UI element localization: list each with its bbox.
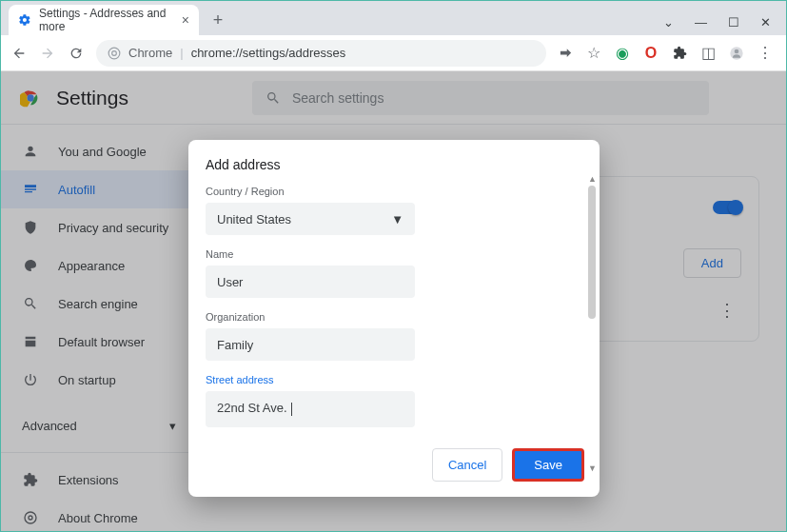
svg-point-1 [112,50,117,55]
dialog-title: Add address [206,157,582,172]
maximize-button[interactable]: ☐ [728,15,739,30]
content-area: Settings Search settings You and Google … [1,71,786,532]
country-value: United States [217,212,291,227]
close-tab-icon[interactable]: × [182,12,189,28]
menu-dots-icon[interactable]: ⋮ [757,46,773,61]
toolbar-actions: ☆ ◉ O ◫ ⋮ [558,46,777,61]
reload-button[interactable] [68,46,85,61]
browser-titlebar: Settings - Addresses and more × + ⌄ — ☐ … [1,1,786,35]
url-text: chrome://settings/addresses [191,46,346,60]
dialog-scrollbar[interactable] [588,186,596,462]
cancel-button[interactable]: Cancel [432,448,502,482]
svg-point-0 [108,48,120,59]
chevron-down-icon[interactable]: ⌄ [663,15,674,30]
profile-avatar-icon[interactable] [729,46,744,61]
save-button[interactable]: Save [512,448,584,482]
name-value: User [217,275,243,289]
name-label: Name [206,248,582,260]
close-window-button[interactable]: ✕ [760,15,771,30]
scroll-down-arrow[interactable]: ▼ [588,463,596,473]
name-input[interactable]: User [206,266,415,298]
organization-value: Family [217,338,253,352]
country-label: Country / Region [206,186,582,197]
gear-icon [18,13,31,27]
extension-globe-icon[interactable]: ◉ [615,46,630,61]
forward-button [39,46,56,61]
organization-input[interactable]: Family [206,328,415,361]
browser-toolbar: Chrome | chrome://settings/addresses ☆ ◉… [1,35,786,71]
new-tab-button[interactable]: + [205,7,231,33]
bookmark-star-icon[interactable]: ☆ [586,46,601,61]
scroll-up-arrow[interactable]: ▲ [588,174,596,184]
dropdown-arrow-icon: ▼ [391,212,403,227]
url-scheme-label: Chrome [128,46,172,60]
add-address-dialog: Add address Country / Region United Stat… [188,140,600,497]
tab-title: Settings - Addresses and more [39,7,182,33]
street-label: Street address [206,374,582,385]
panel-icon[interactable]: ◫ [700,46,716,61]
browser-tab[interactable]: Settings - Addresses and more × [9,5,199,35]
address-bar[interactable]: Chrome | chrome://settings/addresses [96,40,546,67]
extension-opera-icon[interactable]: O [643,46,659,61]
window-controls: ⌄ — ☐ ✕ [663,15,786,35]
street-value: 22nd St Ave. [217,401,287,415]
chrome-icon [108,47,121,60]
svg-point-3 [735,49,739,53]
extensions-puzzle-icon[interactable] [672,46,687,61]
back-button[interactable] [10,46,28,61]
organization-label: Organization [206,311,582,323]
dialog-footer: Cancel Save [188,437,600,497]
minimize-button[interactable]: — [695,15,707,30]
country-select[interactable]: United States ▼ [206,203,415,235]
street-address-input[interactable]: 22nd St Ave. [206,391,415,427]
share-icon[interactable] [558,46,573,61]
